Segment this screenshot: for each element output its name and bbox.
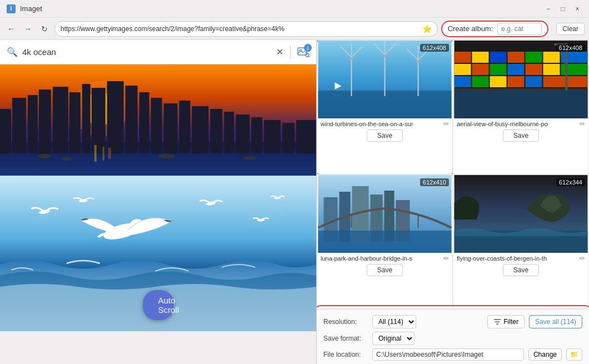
svg-rect-15 <box>92 88 106 153</box>
svg-rect-8 <box>0 109 11 153</box>
svg-point-36 <box>243 156 256 159</box>
save-button-row: Save <box>453 263 588 280</box>
svg-rect-13 <box>69 92 81 153</box>
auto-scroll-button[interactable]: Auto Scroll <box>143 290 174 320</box>
svg-rect-71 <box>508 52 525 63</box>
search-input[interactable] <box>22 47 272 57</box>
svg-rect-24 <box>224 112 234 153</box>
save-button-3[interactable]: Save <box>503 264 539 276</box>
svg-rect-82 <box>455 76 471 87</box>
svg-rect-30 <box>94 145 97 162</box>
grid-item: 612x410 luna-park-and-harbour-bridge-in-… <box>317 174 453 309</box>
close-button[interactable]: × <box>572 4 582 14</box>
svg-rect-32 <box>108 148 111 159</box>
svg-line-3 <box>309 56 310 57</box>
save-button-2[interactable]: Save <box>367 264 403 276</box>
album-input[interactable] <box>497 23 542 35</box>
save-button-row: Save <box>317 263 452 280</box>
save-all-button[interactable]: Save all (114) <box>529 315 582 328</box>
filter-button[interactable]: Filter <box>487 315 525 328</box>
grid-item: 612x344 flying-over-coasts-of-bergen-in-… <box>453 174 589 309</box>
url-box[interactable]: https://www.gettyimages.com/search/2/ima… <box>54 21 438 37</box>
titlebar: I Imaget − □ × <box>0 0 589 18</box>
change-button[interactable]: Change <box>528 348 562 361</box>
format-row: Save format: Original <box>323 332 582 345</box>
svg-rect-68 <box>455 52 471 63</box>
location-label: File location: <box>323 351 368 358</box>
folder-button[interactable]: 📁 <box>566 348 582 361</box>
svg-point-33 <box>38 154 51 158</box>
search-icon: 🔍 <box>7 47 18 57</box>
minimize-button[interactable]: − <box>543 4 553 14</box>
image-grid: 612x408 wind-turbines-on-the-sea-on-a-su… <box>317 40 589 309</box>
svg-rect-19 <box>151 98 162 153</box>
grid-item: 612x408 wind-turbines-on-the-sea-on-a-su… <box>317 40 453 174</box>
svg-rect-22 <box>192 106 208 153</box>
create-album-area: Create album: <box>441 21 549 37</box>
svg-rect-77 <box>490 64 507 75</box>
svg-rect-20 <box>163 103 177 153</box>
search-divider <box>290 46 291 59</box>
svg-rect-86 <box>526 76 542 87</box>
edit-icon[interactable]: ✏ <box>443 255 449 262</box>
clear-button[interactable]: Clear <box>556 23 585 35</box>
maximize-button[interactable]: □ <box>558 4 568 14</box>
edit-icon[interactable]: ✏ <box>580 255 585 262</box>
url-text: https://www.gettyimages.com/search/2/ima… <box>61 25 422 33</box>
svg-rect-10 <box>28 95 38 153</box>
save-button-0[interactable]: Save <box>367 129 403 142</box>
album-label: Create album: <box>448 24 493 33</box>
image-name-row: luna-park-and-harbour-bridge-in-s ✏ <box>317 253 452 263</box>
grid-item: 612x408 aerial-view-of-busy-melbourne-po… <box>453 40 589 174</box>
file-location-row: File location: Change 📁 <box>323 348 582 361</box>
svg-point-35 <box>158 154 175 158</box>
images-scroll[interactable]: Auto Scroll <box>0 64 316 364</box>
filter-label: Filter <box>503 318 518 326</box>
svg-rect-31 <box>103 147 104 161</box>
image-search-badge: 1 <box>304 44 312 52</box>
save-button-1[interactable]: Save <box>503 129 539 142</box>
svg-rect-79 <box>526 64 542 75</box>
forward-button[interactable]: → <box>21 22 34 36</box>
image-name-row: aerial-view-of-busy-melbourne-po ✏ <box>453 118 588 128</box>
window-controls: − □ × <box>543 4 582 14</box>
svg-rect-74 <box>561 52 588 63</box>
svg-rect-14 <box>82 84 91 153</box>
right-panel: 612x408 wind-turbines-on-the-sea-on-a-su… <box>317 40 589 364</box>
svg-rect-18 <box>139 92 149 153</box>
file-location-input[interactable] <box>372 348 524 361</box>
svg-rect-75 <box>455 64 471 75</box>
refresh-button[interactable]: ↻ <box>38 22 51 36</box>
search-clear-button[interactable]: ✕ <box>276 47 283 57</box>
resolution-select[interactable]: All (114) <box>372 315 416 328</box>
svg-rect-89 <box>455 91 588 118</box>
svg-rect-11 <box>39 89 51 153</box>
back-button[interactable]: ← <box>4 22 18 36</box>
addressbar: ← → ↻ https://www.gettyimages.com/search… <box>0 18 589 40</box>
svg-rect-73 <box>543 52 560 63</box>
edit-icon[interactable]: ✏ <box>580 120 585 128</box>
svg-rect-28 <box>282 123 294 153</box>
edit-icon[interactable]: ✏ <box>443 120 449 128</box>
svg-rect-80 <box>543 64 560 75</box>
svg-point-34 <box>61 157 72 161</box>
image-size-badge: 612x408 <box>420 44 449 52</box>
svg-rect-25 <box>236 114 249 153</box>
image-name-row: flying-over-coasts-of-bergen-in-th ✏ <box>453 253 588 263</box>
svg-rect-84 <box>490 76 507 87</box>
resolution-label: Resolution: <box>323 318 368 326</box>
save-button-row: Save <box>317 128 452 145</box>
format-select[interactable]: Original <box>372 332 415 345</box>
image-name: flying-over-coasts-of-bergen-in-th <box>457 255 578 262</box>
svg-rect-83 <box>472 76 489 87</box>
svg-rect-29 <box>296 120 316 153</box>
bookmark-icon[interactable]: ⭐ <box>422 24 432 33</box>
svg-rect-21 <box>179 101 190 153</box>
svg-rect-23 <box>210 109 222 153</box>
image-search-button[interactable]: 1 <box>297 46 310 58</box>
image-size-badge: 612x408 <box>556 44 585 52</box>
image-name: aerial-view-of-busy-melbourne-po <box>457 121 578 127</box>
svg-rect-12 <box>53 87 68 153</box>
save-button-row: Save <box>453 128 588 145</box>
svg-rect-17 <box>126 86 138 153</box>
